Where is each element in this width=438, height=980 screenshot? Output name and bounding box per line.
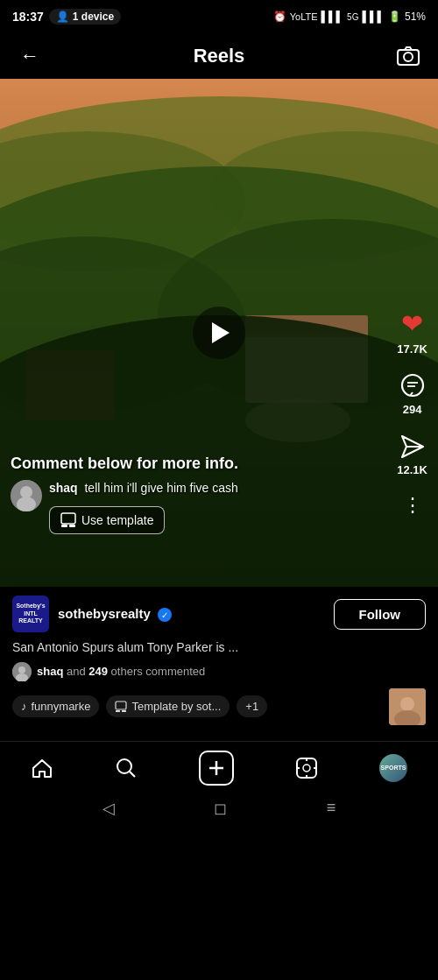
comment-count: 294 — [403, 403, 422, 416]
reels-icon — [295, 757, 318, 779]
commenter-avatar — [11, 480, 42, 511]
svg-rect-30 — [116, 710, 120, 712]
others-label: others commented — [111, 665, 206, 678]
heart-icon: ❤ — [401, 308, 423, 339]
svg-rect-29 — [116, 702, 126, 709]
vpn-pill: 👤 1 device — [49, 9, 121, 25]
comments-text: shaq and 249 others commented — [37, 665, 205, 678]
system-back-button[interactable]: ◁ — [102, 799, 115, 818]
more-action[interactable]: ⋮ — [403, 494, 422, 517]
svg-rect-25 — [69, 525, 75, 527]
commenter-name: shaq — [37, 665, 63, 678]
status-time: 18:37 — [12, 10, 44, 24]
like-action[interactable]: ❤ 17.7K — [397, 308, 427, 356]
more-icon: ⋮ — [403, 494, 422, 517]
comments-description: and — [67, 665, 88, 678]
svg-point-21 — [20, 486, 32, 498]
bars-icon: ▌▌▌ — [321, 11, 344, 23]
bottom-info: Sotheby'sINTL REALTY sothebysrealty ✓ Fo… — [0, 587, 438, 741]
send-icon — [399, 434, 426, 460]
play-icon — [212, 322, 230, 343]
vpn-icon: 👤 — [56, 11, 69, 23]
account-left: Sotheby'sINTL REALTY sothebysrealty ✓ — [12, 596, 172, 632]
account-name: sothebysrealty — [58, 606, 151, 621]
play-button[interactable] — [193, 307, 245, 359]
back-icon: ← — [20, 45, 39, 67]
system-menu-button[interactable]: ≡ — [327, 799, 336, 817]
device-label: 1 device — [73, 11, 114, 23]
music-label: funnymarke — [32, 700, 91, 713]
back-button[interactable]: ← — [14, 40, 46, 72]
signal-icon: YoLTE — [290, 11, 318, 22]
battery-icon: 🔋 — [388, 11, 401, 23]
nav-search[interactable] — [115, 757, 138, 779]
5g-icon: 5G — [347, 12, 358, 22]
account-avatar: Sotheby'sINTL REALTY — [12, 596, 49, 632]
more-info-text: Comment below for more info. — [11, 455, 368, 473]
use-template-button[interactable]: Use template — [49, 506, 165, 534]
template-label: Template by sot... — [131, 700, 221, 713]
share-action[interactable]: 12.1K — [397, 434, 427, 476]
account-name-container: sothebysrealty ✓ — [58, 606, 172, 623]
bottom-nav: SPORTS — [0, 741, 438, 791]
system-home-button[interactable]: ◻ — [214, 799, 227, 818]
svg-point-35 — [117, 759, 131, 773]
comment-text: shaq tell him i'll give him five cash — [49, 481, 238, 495]
page-title: Reels — [194, 45, 245, 67]
use-template-label: Use template — [81, 513, 153, 527]
thumbnail[interactable] — [389, 688, 426, 725]
like-count: 17.7K — [397, 342, 427, 356]
camera-button[interactable] — [392, 40, 424, 72]
follow-button[interactable]: Follow — [334, 599, 427, 630]
svg-point-40 — [303, 765, 310, 772]
video-container[interactable]: ❤ 17.7K 294 12.1K ⋮ Comment below for mo… — [0, 79, 438, 587]
comment-icon — [399, 373, 426, 399]
plus-icon — [207, 758, 226, 778]
template-tag[interactable]: Template by sot... — [106, 695, 230, 717]
comment-overlay: Comment below for more info. shaq tell h… — [11, 455, 368, 534]
music-tag[interactable]: ♪ funnymarke — [12, 695, 99, 717]
nav-add[interactable] — [199, 751, 234, 786]
svg-rect-31 — [122, 710, 126, 712]
comment-content: shaq tell him i'll give him five cash Us… — [49, 480, 238, 534]
comment-bubble: shaq tell him i'll give him five cash Us… — [11, 480, 368, 534]
account-row: Sotheby'sINTL REALTY sothebysrealty ✓ Fo… — [12, 596, 426, 632]
share-count: 12.1K — [397, 463, 427, 476]
add-button[interactable] — [199, 751, 234, 786]
camera-icon — [396, 44, 420, 68]
alarm-icon: ⏰ — [273, 11, 286, 23]
tags-row: ♪ funnymarke Template by sot... +1 — [12, 688, 426, 725]
svg-point-33 — [400, 697, 414, 711]
svg-point-27 — [18, 666, 25, 673]
svg-rect-23 — [61, 513, 75, 524]
search-icon — [115, 757, 138, 779]
top-nav: ← Reels — [0, 33, 438, 79]
template-tag-icon — [115, 701, 127, 713]
svg-point-1 — [404, 53, 413, 61]
others-count: 249 — [88, 665, 108, 678]
home-icon — [31, 757, 53, 779]
template-icon — [60, 512, 76, 528]
signal-bars-icon: ▌▌▌ — [362, 11, 385, 23]
status-right: ⏰ YoLTE ▌▌▌ 5G ▌▌▌ 🔋 51% — [273, 11, 426, 23]
plus-label: +1 — [245, 700, 258, 713]
comment-action[interactable]: 294 — [399, 373, 426, 416]
avatar-image — [11, 480, 42, 511]
svg-line-36 — [130, 772, 135, 777]
mini-avatar — [12, 662, 32, 681]
svg-rect-24 — [61, 525, 67, 527]
thumbnail-image — [389, 688, 426, 725]
comments-row[interactable]: shaq and 249 others commented — [12, 662, 426, 681]
nav-home[interactable] — [31, 757, 53, 779]
side-actions: ❤ 17.7K 294 12.1K ⋮ — [397, 308, 427, 517]
svg-rect-39 — [297, 758, 316, 778]
caption: San Antonio Spurs alum Tony Parker is ..… — [12, 639, 426, 657]
nav-profile[interactable]: SPORTS — [379, 754, 407, 782]
status-bar: 18:37 👤 1 device ⏰ YoLTE ▌▌▌ 5G ▌▌▌ 🔋 51… — [0, 0, 438, 33]
verified-badge: ✓ — [158, 608, 172, 622]
system-nav: ◁ ◻ ≡ — [0, 791, 438, 826]
nav-reels[interactable] — [295, 757, 318, 779]
plus-tag[interactable]: +1 — [237, 695, 267, 717]
battery-percent: 51% — [405, 11, 426, 23]
profile-avatar: SPORTS — [379, 754, 407, 782]
